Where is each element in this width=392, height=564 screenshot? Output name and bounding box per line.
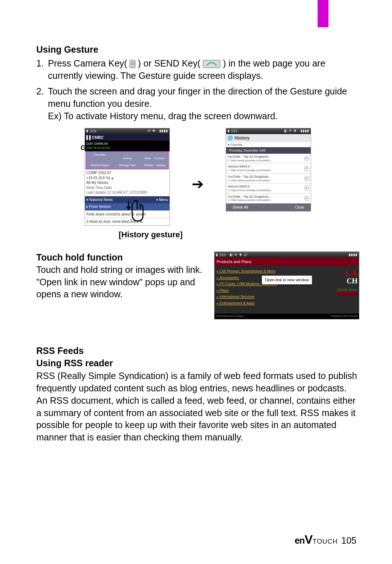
brand-touch: TOUCH xyxy=(313,538,338,545)
status-left-icons: ▮ ▯▯▯ xyxy=(228,129,238,133)
list-link[interactable]: Entertainment & Apps xyxy=(217,300,357,307)
all-stocks[interactable]: All My Stocks xyxy=(86,180,168,185)
screenshot-history: ▮ ▯▯▯ ◧ ⟳ ✚ ▮▮▮▮ 🌐 History ● Favorite Th… xyxy=(226,128,311,212)
status-right-icons: ⟳ ✚ ▮▮▮▮ xyxy=(148,129,168,133)
site-brand-bar: ▌▌CNBC xyxy=(85,134,170,141)
delete-item-icon[interactable]: ✕ xyxy=(304,176,309,181)
history-item-url: http://www.youtube.com/watch.. xyxy=(231,198,272,202)
history-item-title: YouTube - Top 20 Drugstore.. xyxy=(228,175,303,179)
delete-item-icon[interactable]: ✕ xyxy=(304,166,309,171)
step-2-example: Ex) To activate History menu, drag the s… xyxy=(48,111,278,121)
from-verizon-label: ▸ From Verizon xyxy=(86,204,111,209)
history-title-bar: 🌐 History xyxy=(226,134,311,142)
history-item[interactable]: Verizon MW3.0☐ http://mw3.vzwwap.com/def… xyxy=(226,164,311,173)
delete-item-icon[interactable]: ✕ xyxy=(304,196,309,201)
status-right-icons: ▮▮▮▮ xyxy=(349,253,358,257)
promo-great: Great devic xyxy=(337,287,358,293)
brand-v: V xyxy=(305,532,313,546)
page-number: 105 xyxy=(341,535,356,546)
gesture-reload[interactable]: Reload xyxy=(144,164,153,167)
gesture-recent[interactable]: Recent Pages xyxy=(86,162,114,169)
gesture-setting[interactable]: Setting xyxy=(156,164,165,167)
history-item[interactable]: Verizon MW3.0☐ http://mw3.vzwwap.com/def… xyxy=(226,184,311,193)
touch-hold-section: Touch hold function Touch and hold strin… xyxy=(36,251,359,319)
list-link[interactable]: International Services xyxy=(217,294,357,300)
page-tab-marker xyxy=(318,0,328,27)
status-left-icons: ▮ ▯▯▯ xyxy=(86,129,97,133)
promo-red-strip xyxy=(337,292,358,296)
history-item[interactable]: YouTube - Top 20 Drugstore..☐ http://www… xyxy=(226,154,311,164)
last-update: Last Update 12:10 AM ET 12/23/2009 xyxy=(86,190,168,195)
step-number: 2. xyxy=(36,85,48,122)
history-item-url: http://www.youtube.com/watch.. xyxy=(231,159,272,162)
globe-icon: 🌐 xyxy=(228,135,233,141)
history-item[interactable]: YouTube - Top 20 Drugstore..☐ http://www… xyxy=(226,174,311,184)
gesture-history-label: History xyxy=(123,157,132,160)
step-1-part-a: Press Camera Key( xyxy=(48,58,127,68)
page-footer: enVTOUCH 105 xyxy=(295,532,356,547)
comp-line: COMP 2252.67 xyxy=(86,170,168,176)
delete-all-button[interactable]: Delete All xyxy=(233,205,248,210)
history-item-url: http://mw3.vzwwap.com/defaul.. xyxy=(231,189,272,192)
gesture-steps: 1. Press Camera Key( ) or SEND Key( ) in… xyxy=(36,57,359,122)
delete-item-icon[interactable]: ✕ xyxy=(304,186,309,191)
menu-drop[interactable]: ▾ Menu xyxy=(156,197,168,202)
ticker-bar: DJIA 10466.93 +52.79 (0.04 %) xyxy=(85,141,170,151)
heading-touch-hold: Touch hold function xyxy=(36,251,203,264)
promo-ch: CH xyxy=(337,278,358,284)
footer-left: Entertainment & Apps xyxy=(216,314,244,318)
touch-hold-description: Touch and hold string or images with lin… xyxy=(36,264,203,301)
history-item-title: YouTube - Top 20 Drugstore.. xyxy=(228,155,303,159)
ticker-line-2: +52.79 (0.04 %) xyxy=(86,146,168,150)
gesture-back[interactable]: Back xyxy=(145,157,151,160)
delete-item-icon[interactable]: ✕ xyxy=(304,156,309,161)
brand-logo: enVTOUCH xyxy=(295,532,338,547)
gesture-guide-overlay: Favorites ↑History ← →Back Forward Recen… xyxy=(86,151,169,169)
heading-using-rss: Using RSS reader xyxy=(36,357,359,370)
status-bar: ▮ ▯▯▯ ◧ ⟳ ✚ 🔊 ▮▮▮▮ xyxy=(215,252,359,258)
camera-key-icon xyxy=(130,60,135,68)
history-item-title: Verizon MW3.0 xyxy=(228,185,303,189)
status-bar: ▮ ▯▯▯ ⟳ ✚ ▮▮▮▮ xyxy=(85,128,170,134)
open-link-popup[interactable]: Open link in new window xyxy=(262,275,312,285)
close-button[interactable]: Close xyxy=(295,205,304,210)
cnbc-label: CNBC xyxy=(92,135,104,140)
national-news[interactable]: ▾ National News xyxy=(86,197,113,202)
news-item[interactable]: Feds share concerns about Ill. prison xyxy=(85,210,170,218)
touch-hold-footer: Entertainment & Apps Prepaid Cell Phones xyxy=(215,314,359,319)
history-footer: Delete All Close xyxy=(226,204,311,212)
gesture-manage[interactable]: Manage Text xyxy=(114,162,141,169)
news-item[interactable]: 3 dead as dust, snow blast Arizona xyxy=(85,218,170,225)
from-verizon-bar[interactable]: ▸ From Verizon xyxy=(85,203,170,210)
ticker-line-1: DJIA 10466.93 xyxy=(86,141,168,146)
step-2-body: Touch the screen and drag your finger in… xyxy=(48,85,359,122)
side-promo: LA CH Great devic xyxy=(337,270,358,296)
gesture-forward[interactable]: Forward xyxy=(154,157,164,160)
figure-area: Gesture guide ▮ ▯▯▯ ⟳ ✚ ▮▮▮▮ ▌▌CNBC DJIA… xyxy=(36,128,359,240)
step-2-text: Touch the screen and drag your finger in… xyxy=(48,86,347,109)
step-number: 1. xyxy=(36,57,48,82)
history-list: YouTube - Top 20 Drugstore..☐ http://www… xyxy=(226,154,311,204)
history-item-url: http://mw3.vzwwap.com/defaul.. xyxy=(231,169,272,172)
send-key-icon xyxy=(203,60,220,68)
status-left-icons: ▮ ▯▯▯ ◧ ⟳ ✚ 🔊 xyxy=(216,253,248,257)
gesture-right-col: ← →Back Forward xyxy=(141,152,168,162)
history-title: History xyxy=(234,135,249,141)
step-1-part-b: ) or SEND Key( xyxy=(138,58,200,68)
history-item[interactable]: YouTube - Top 20 Drugstore..☐ http://www… xyxy=(226,194,311,204)
gesture-up-arrow[interactable]: ↑History xyxy=(114,152,141,162)
gesture-favorites[interactable]: Favorites xyxy=(86,152,114,162)
page-content: Using Gesture 1. Press Camera Key( ) or … xyxy=(0,0,392,444)
rss-description: RSS (Really Simple Syndication) is a fam… xyxy=(36,370,359,444)
history-item-title: YouTube - Top 20 Drugstore.. xyxy=(228,195,303,199)
list-link[interactable]: Plans xyxy=(217,287,357,294)
link-list: Cell Phones, Smartphones & More Accessor… xyxy=(217,268,357,306)
promo-la: LA xyxy=(337,270,358,278)
status-bar: ▮ ▯▯▯ ◧ ⟳ ✚ ▮▮▮▮ xyxy=(226,128,311,134)
list-link[interactable]: Cell Phones, Smartphones & More xyxy=(217,268,357,275)
history-date: Thursday, December 24th xyxy=(226,147,311,154)
history-gesture-caption: [History gesture] xyxy=(0,229,359,240)
favorite-tab[interactable]: ● Favorite xyxy=(226,142,311,147)
heading-using-gesture: Using Gesture xyxy=(36,44,359,56)
history-item-title: Verizon MW3.0 xyxy=(228,165,303,169)
